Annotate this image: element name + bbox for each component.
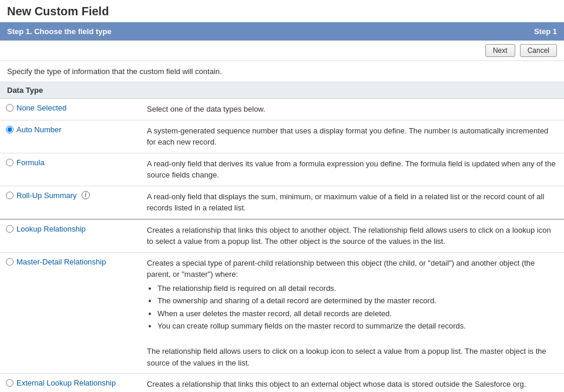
field-type-label[interactable]: None Selected: [6, 103, 135, 112]
field-type-radio[interactable]: [6, 258, 14, 266]
table-row: FormulaA read-only field that derives it…: [0, 153, 564, 186]
field-type-cell[interactable]: Master-Detail Relationship: [0, 252, 141, 374]
field-description-cell: Creates a relationship that links this o…: [141, 219, 564, 253]
field-type-name[interactable]: Auto Number: [16, 125, 62, 134]
step-header-left: Step 1. Choose the field type: [7, 27, 112, 36]
field-type-cell[interactable]: External Lookup Relationship: [0, 374, 141, 393]
column-header: Data Type: [0, 82, 564, 99]
field-type-radio[interactable]: [6, 192, 14, 199]
field-type-name[interactable]: Master-Detail Relationship: [16, 257, 106, 266]
description-bar: Specify the type of information that the…: [0, 61, 564, 82]
next-button[interactable]: Next: [485, 44, 515, 57]
page-title: New Custom Field: [0, 0, 564, 22]
field-description-cell: Select one of the data types below.: [141, 99, 564, 120]
field-type-name[interactable]: External Lookup Relationship: [16, 378, 116, 387]
field-type-cell[interactable]: Roll-Up Summaryi: [0, 186, 141, 219]
description-text: Specify the type of information that the…: [7, 67, 222, 76]
field-type-radio[interactable]: [6, 126, 14, 133]
field-description-text: Creates a special type of parent-child r…: [147, 259, 535, 279]
field-description-cell: Creates a relationship that links this o…: [141, 374, 564, 393]
field-type-label[interactable]: Formula: [6, 158, 135, 167]
list-item: The ownership and sharing of a detail re…: [157, 295, 558, 307]
field-type-name[interactable]: Formula: [16, 158, 45, 167]
data-type-table: Data Type None SelectedSelect one of the…: [0, 82, 564, 392]
field-description-text: A read-only field that displays the sum,…: [147, 192, 544, 213]
field-type-radio[interactable]: [6, 159, 14, 166]
field-type-name[interactable]: Roll-Up Summary: [16, 191, 77, 200]
info-icon[interactable]: i: [82, 191, 90, 199]
table-row: None SelectedSelect one of the data type…: [0, 99, 564, 120]
field-description-text: Creates a relationship that links this o…: [147, 380, 526, 388]
list-item: The relationship field is required on al…: [157, 283, 558, 294]
field-type-radio[interactable]: [6, 225, 14, 233]
field-extra-text: The relationship field allows users to c…: [147, 347, 546, 367]
field-type-cell[interactable]: None Selected: [0, 99, 141, 120]
list-item: You can create rollup summary fields on …: [157, 320, 558, 332]
field-type-label[interactable]: Lookup Relationship: [6, 225, 135, 233]
step-header: Step 1. Choose the field type Step 1: [0, 22, 564, 41]
field-type-cell[interactable]: Lookup Relationship: [0, 219, 141, 253]
field-type-label[interactable]: Roll-Up Summaryi: [6, 191, 135, 200]
bullet-list: The relationship field is required on al…: [157, 283, 558, 332]
field-description-text: Select one of the data types below.: [147, 105, 266, 113]
field-type-label[interactable]: External Lookup Relationship: [6, 378, 135, 387]
table-row: Lookup RelationshipCreates a relationshi…: [0, 219, 564, 253]
field-type-cell[interactable]: Auto Number: [0, 120, 141, 153]
field-description-cell: A system-generated sequence number that …: [141, 120, 564, 153]
field-type-label[interactable]: Master-Detail Relationship: [6, 257, 135, 266]
step-header-right: Step 1: [534, 27, 557, 36]
table-row: External Lookup RelationshipCreates a re…: [0, 374, 564, 393]
action-bar: Next Cancel: [0, 41, 564, 61]
field-description-cell: Creates a special type of parent-child r…: [141, 252, 564, 374]
field-type-radio[interactable]: [6, 104, 14, 112]
field-type-name[interactable]: Lookup Relationship: [16, 225, 86, 233]
field-type-name[interactable]: None Selected: [16, 103, 66, 112]
field-type-radio[interactable]: [6, 379, 14, 387]
field-description-text: A read-only field that derives its value…: [147, 159, 556, 180]
table-row: Auto NumberA system-generated sequence n…: [0, 120, 564, 153]
cancel-button[interactable]: Cancel: [520, 44, 557, 57]
field-type-cell[interactable]: Formula: [0, 153, 141, 186]
field-description-text: Creates a relationship that links this o…: [147, 226, 551, 246]
list-item: When a user deletes the master record, a…: [157, 308, 558, 320]
field-type-label[interactable]: Auto Number: [6, 125, 135, 134]
table-row: Master-Detail RelationshipCreates a spec…: [0, 252, 564, 374]
table-row: Roll-Up SummaryiA read-only field that d…: [0, 186, 564, 219]
field-description-cell: A read-only field that derives its value…: [141, 153, 564, 186]
field-description-cell: A read-only field that displays the sum,…: [141, 186, 564, 219]
field-description-text: A system-generated sequence number that …: [147, 126, 548, 147]
